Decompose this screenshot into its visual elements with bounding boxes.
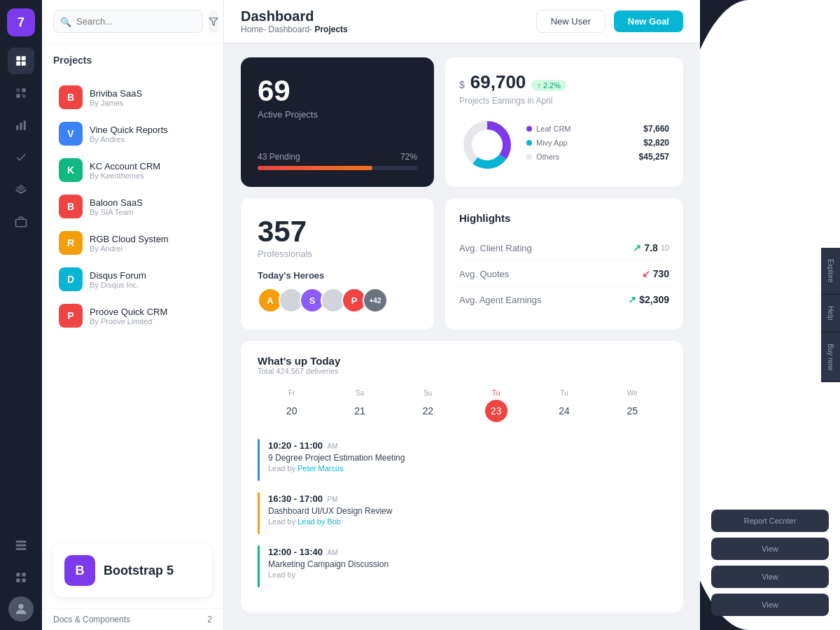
earnings-amount: 69,700 [470, 71, 526, 93]
right-panel: ExploreHelpBuy now Report Cecnter View V… [700, 0, 840, 630]
event-item: 16:30 - 17:00 PM Dashboard UI/UX Design … [258, 492, 666, 534]
event-lead-link[interactable]: Lead by Bob [298, 517, 341, 526]
svg-rect-13 [16, 219, 27, 227]
row-2: 357 Professionals Today's Heroes ASP+42 … [241, 198, 683, 330]
calendar-day[interactable]: Fr 20 [258, 384, 326, 428]
bootstrap-card: B Bootstrap 5 [53, 544, 212, 597]
calendar-days: Fr 20 Sa 21 Su 22 Tu 23 Tu 24 We 25 [258, 384, 666, 428]
nav-briefcase-icon[interactable] [8, 209, 34, 235]
calendar-day[interactable]: Sa 21 [326, 384, 393, 428]
docs-label: Docs & Components [53, 615, 130, 624]
event-time: 10:20 - 11:00 AM [268, 439, 405, 451]
project-info: RGB Cloud System By Andrei [90, 234, 169, 253]
svg-rect-4 [16, 88, 20, 92]
calendar-subtitle: Total 424,567 deliveries [258, 367, 666, 375]
active-projects-label: Active Projects [258, 109, 417, 120]
row-1: 69 Active Projects 43 Pending 72% $ 69, [241, 57, 683, 187]
professionals-count: 357 [258, 215, 417, 248]
project-by: By Keenthemes [90, 172, 160, 180]
bootstrap-icon: B [64, 555, 95, 586]
right-panel-content: Report Cecnter View View View [700, 0, 840, 630]
project-icon: D [59, 267, 83, 291]
view-button-3[interactable]: View [711, 594, 829, 616]
project-name: RGB Cloud System [90, 234, 169, 244]
header-actions: New User New Goal [536, 10, 683, 33]
project-item[interactable]: B Briviba SaaS By James [48, 80, 218, 115]
project-item[interactable]: D Disqus Forum By Disqus Inc. [48, 262, 218, 297]
legend-item: Leaf CRM $7,660 [526, 124, 669, 134]
legend-dot [526, 154, 532, 160]
earnings-legend: Leaf CRM $7,660 Mivy App $2,820 Others $… [526, 124, 669, 166]
top-header: Dashboard Home- Dashboard- Projects New … [224, 0, 700, 43]
left-navigation: 7 [0, 0, 42, 630]
earnings-label: Projects Earnings in April [459, 96, 669, 106]
project-info: Vine Quick Reports By Andres [90, 125, 168, 144]
progress-section: 43 Pending 72% [258, 152, 417, 170]
donut-chart [459, 117, 515, 173]
event-item: 10:20 - 11:00 AM 9 Degree Project Estima… [258, 439, 666, 481]
earnings-sup: $ [459, 79, 465, 90]
report-center-button[interactable]: Report Cecnter [711, 510, 829, 532]
svg-rect-9 [20, 122, 22, 130]
legend-dot [526, 126, 532, 132]
nav-tasks-icon[interactable] [8, 144, 34, 171]
event-lead: Lead by [268, 570, 388, 579]
new-goal-button[interactable]: New Goal [614, 10, 683, 32]
event-time: 12:00 - 13:40 AM [268, 545, 388, 558]
project-name: Vine Quick Reports [90, 125, 168, 135]
project-info: Proove Quick CRM By Proove Limited [90, 307, 167, 326]
nav-grid2-icon[interactable] [8, 564, 34, 591]
nav-layers-icon[interactable] [8, 176, 34, 203]
right-actions: Report Cecnter View View View [711, 510, 829, 616]
svg-rect-6 [16, 94, 20, 98]
highlights-card: Highlights Avg. Client Rating ↗ 7.8 10 A… [445, 198, 683, 330]
svg-rect-16 [16, 541, 26, 542]
project-icon: R [59, 231, 83, 255]
project-item[interactable]: B Baloon SaaS By SIA Team [48, 189, 218, 224]
breadcrumb: Home- Dashboard- Projects [241, 24, 348, 34]
project-info: Baloon SaaS By SIA Team [90, 197, 143, 216]
pending-count: 43 Pending [258, 152, 300, 162]
filter-button[interactable] [209, 10, 218, 33]
project-item[interactable]: P Proove Quick CRM By Proove Limited [48, 298, 218, 333]
nav-user-avatar[interactable] [8, 596, 34, 622]
calendar-day[interactable]: Tu 24 [530, 384, 598, 428]
view-button-2[interactable]: View [711, 566, 829, 588]
search-bar: 🔍 [42, 0, 223, 43]
nav-avatar[interactable]: 7 [7, 8, 35, 36]
active-projects-count: 69 [258, 74, 417, 108]
active-projects-card: 69 Active Projects 43 Pending 72% [241, 57, 434, 187]
nav-dashboard-icon[interactable] [8, 48, 34, 74]
projects-section: Projects [42, 43, 223, 80]
cal-day-num: 20 [281, 400, 303, 422]
project-item[interactable]: R RGB Cloud System By Andrei [48, 225, 218, 260]
progress-bar-bg [258, 166, 417, 170]
calendar-day[interactable]: Tu 23 [462, 384, 530, 428]
project-item[interactable]: K KC Account CRM By Keenthemes [48, 153, 218, 188]
highlight-value: ↙ 730 [642, 268, 669, 279]
event-lead-link[interactable]: Peter Marcus [298, 464, 343, 472]
highlights-title: Highlights [459, 212, 669, 224]
event-lead: Lead by Lead by Bob [268, 517, 392, 526]
nav-settings-icon[interactable] [8, 532, 34, 559]
svg-marker-22 [209, 18, 218, 25]
project-item[interactable]: V Vine Quick Reports By Andres [48, 116, 218, 151]
legend-amount: $2,820 [643, 138, 669, 148]
nav-modules-icon[interactable] [8, 80, 34, 106]
search-input[interactable] [53, 10, 203, 33]
projects-list: B Briviba SaaS By James V Vine Quick Rep… [42, 80, 223, 335]
svg-rect-7 [22, 94, 26, 98]
highlight-label: Avg. Agent Earnings [459, 295, 542, 305]
legend-dot [526, 140, 532, 146]
docs-row[interactable]: Docs & Components 2 [42, 608, 223, 630]
svg-rect-14 [16, 549, 26, 550]
legend-amount: $7,660 [643, 124, 669, 134]
nav-analytics-icon[interactable] [8, 112, 34, 139]
calendar-day[interactable]: Su 22 [394, 384, 462, 428]
calendar-day[interactable]: We 25 [598, 384, 666, 428]
new-user-button[interactable]: New User [536, 10, 606, 33]
event-title: Marketing Campaign Discussion [268, 559, 388, 569]
page-title: Dashboard [241, 8, 348, 24]
view-button-1[interactable]: View [711, 538, 829, 560]
legend-label: Others [536, 153, 559, 161]
